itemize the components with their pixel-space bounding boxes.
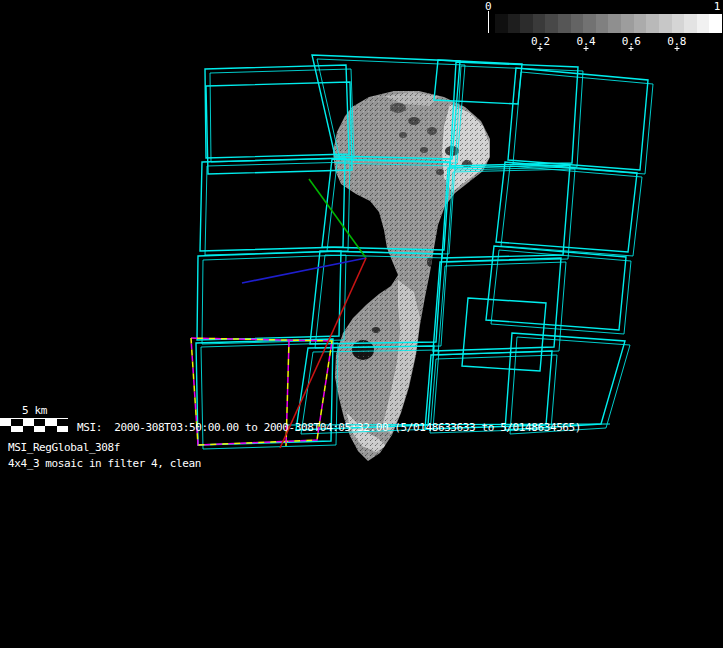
colorbar-step (646, 14, 659, 33)
scalebar-checker-cell (57, 426, 68, 433)
asteroid-mesh-texture (333, 91, 490, 461)
colorbar-step (558, 14, 571, 33)
colorbar-step (571, 14, 584, 33)
colorbar-max-label: 1 (714, 0, 720, 13)
scene-canvas[interactable] (0, 0, 723, 648)
footprint-outline-offset (438, 262, 566, 355)
colorbar-step (545, 14, 558, 33)
footprint-outline (205, 65, 349, 158)
axis-blue (242, 258, 366, 283)
colorbar-step (684, 14, 697, 33)
footprint-outline (425, 351, 552, 429)
colorbar-gradient (495, 14, 722, 33)
colorbar-tick-mark (674, 46, 679, 51)
scalebar-checker-cell (0, 426, 11, 433)
mosaic-description: 4x4_3 mosaic in filter 4, clean (8, 457, 201, 470)
colorbar-tick-mark (629, 46, 634, 51)
colorbar-tick-mark (538, 46, 543, 51)
colorbar-step (709, 14, 722, 33)
colorbar-tick-mark (583, 46, 588, 51)
scalebar: 5 km (0, 404, 69, 432)
colorbar-step (495, 14, 508, 33)
colorbar-step (621, 14, 634, 33)
colorbar: 0 1 0.20.40.60.8 (495, 0, 722, 54)
scalebar-checker-cell (34, 426, 45, 433)
colorbar-step (533, 14, 546, 33)
colorbar-step (520, 14, 533, 33)
scalebar-label: 5 km (0, 404, 69, 417)
footprint-outline-offset (513, 72, 653, 174)
scalebar-checker (0, 418, 68, 432)
status-time-range: MSI: 2000-308T03:50:00.00 to 2000-308T04… (77, 421, 581, 434)
colorbar-step (583, 14, 596, 33)
footprint-outline-offset (202, 255, 346, 344)
colorbar-step (634, 14, 647, 33)
colorbar-step (659, 14, 672, 33)
colorbar-step (608, 14, 621, 33)
asteroid-surface (333, 91, 490, 461)
scalebar-checker-cell (11, 426, 22, 433)
scalebar-checker-cell (45, 426, 56, 433)
colorbar-step (697, 14, 710, 33)
colorbar-left-tick (488, 11, 489, 33)
msi-planning-viewport: 0 1 0.20.40.60.8 5 km MSI: 2000-308T03:5… (0, 0, 723, 648)
colorbar-step (672, 14, 685, 33)
colorbar-step (508, 14, 521, 33)
scalebar-checker-cell (23, 426, 34, 433)
asteroid-shape-model (333, 91, 490, 461)
footprint-outline (197, 251, 341, 340)
mosaic-name: MSI_RegGlobal_308f (8, 441, 120, 454)
colorbar-step (596, 14, 609, 33)
